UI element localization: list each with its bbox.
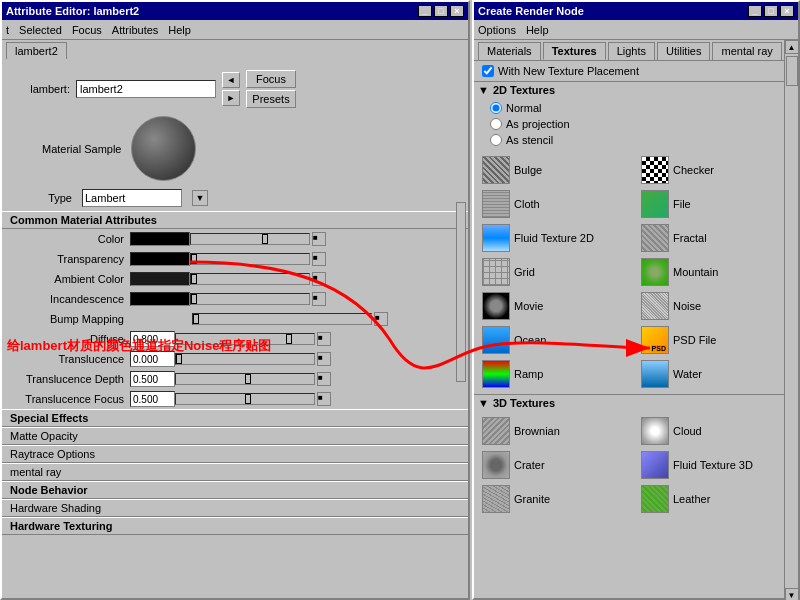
texture-granite[interactable]: Granite bbox=[478, 483, 635, 515]
render-menu-help[interactable]: Help bbox=[526, 24, 549, 36]
node-behavior-header[interactable]: Node Behavior bbox=[2, 481, 468, 499]
type-expand-button[interactable]: ▼ bbox=[192, 190, 208, 206]
translucence-focus-map-button[interactable]: ■ bbox=[317, 392, 331, 406]
translucence-input[interactable] bbox=[130, 351, 175, 367]
leather-thumb bbox=[641, 485, 669, 513]
special-effects-header[interactable]: Special Effects bbox=[2, 409, 468, 427]
menu-focus[interactable]: Focus bbox=[72, 24, 102, 36]
texture-leather[interactable]: Leather bbox=[637, 483, 794, 515]
grid-label: Grid bbox=[514, 266, 535, 278]
tab-textures[interactable]: Textures bbox=[543, 42, 606, 60]
bump-map-button[interactable]: ■ bbox=[374, 312, 388, 326]
texture-ramp[interactable]: Ramp bbox=[478, 358, 635, 390]
texture-bulge[interactable]: Bulge bbox=[478, 154, 635, 186]
texture-psd[interactable]: PSD PSD File bbox=[637, 324, 794, 356]
texture-brownian[interactable]: Brownian bbox=[478, 415, 635, 447]
hardware-texturing-header[interactable]: Hardware Texturing bbox=[2, 517, 468, 535]
presets-button[interactable]: Presets bbox=[246, 90, 296, 108]
tab-materials[interactable]: Materials bbox=[478, 42, 541, 60]
transparency-swatch[interactable] bbox=[130, 252, 190, 266]
menu-selected[interactable]: Selected bbox=[19, 24, 62, 36]
tab-utilities[interactable]: Utilities bbox=[657, 42, 710, 60]
color-map-button[interactable]: ■ bbox=[312, 232, 326, 246]
minimize-button[interactable]: _ bbox=[418, 5, 432, 17]
render-maximize-button[interactable]: □ bbox=[764, 5, 778, 17]
maximize-button[interactable]: □ bbox=[434, 5, 448, 17]
color-swatch[interactable] bbox=[130, 232, 190, 246]
radio-normal[interactable] bbox=[490, 102, 502, 114]
3d-textures-header[interactable]: ▼ 3D Textures bbox=[474, 394, 798, 411]
lambert-input[interactable] bbox=[76, 80, 216, 98]
render-menu-options[interactable]: Options bbox=[478, 24, 516, 36]
hardware-shading-header[interactable]: Hardware Shading bbox=[2, 499, 468, 517]
menu-help[interactable]: Help bbox=[168, 24, 191, 36]
radio-projection[interactable] bbox=[490, 118, 502, 130]
translucence-depth-map-button[interactable]: ■ bbox=[317, 372, 331, 386]
texture-cloth[interactable]: Cloth bbox=[478, 188, 635, 220]
new-texture-placement-row: With New Texture Placement bbox=[474, 61, 798, 81]
texture-checker[interactable]: Checker bbox=[637, 154, 794, 186]
color-slider[interactable] bbox=[190, 233, 310, 245]
focus-button[interactable]: Focus bbox=[246, 70, 296, 88]
mental-ray-header[interactable]: mental ray bbox=[2, 463, 468, 481]
texture-mountain[interactable]: Mountain bbox=[637, 256, 794, 288]
scroll-down-button[interactable]: ▼ bbox=[785, 588, 799, 600]
close-button[interactable]: × bbox=[450, 5, 464, 17]
texture-movie[interactable]: Movie bbox=[478, 290, 635, 322]
texture-crater[interactable]: Crater bbox=[478, 449, 635, 481]
granite-thumb bbox=[482, 485, 510, 513]
type-select[interactable]: Lambert bbox=[82, 189, 182, 207]
tab-lights[interactable]: Lights bbox=[608, 42, 655, 60]
lambert2-tab[interactable]: lambert2 bbox=[6, 42, 67, 59]
tab-mental-ray[interactable]: mental ray bbox=[712, 42, 781, 60]
texture-placement-checkbox[interactable] bbox=[482, 65, 494, 77]
ocean-thumb bbox=[482, 326, 510, 354]
scroll-up-button[interactable]: ▲ bbox=[785, 40, 799, 54]
texture-noise[interactable]: Noise bbox=[637, 290, 794, 322]
2d-textures-header[interactable]: ▼ 2D Textures bbox=[474, 81, 798, 98]
incandescence-swatch[interactable] bbox=[130, 292, 190, 306]
matte-opacity-header[interactable]: Matte Opacity bbox=[2, 427, 468, 445]
incandescence-map-button[interactable]: ■ bbox=[312, 292, 326, 306]
texture-ocean[interactable]: Ocean bbox=[478, 324, 635, 356]
translucence-focus-label: Translucence Focus bbox=[10, 393, 130, 405]
ambient-swatch[interactable] bbox=[130, 272, 190, 286]
incandescence-slider[interactable] bbox=[190, 293, 310, 305]
texture-fluid2d[interactable]: Fluid Texture 2D bbox=[478, 222, 635, 254]
menu-attributes[interactable]: Attributes bbox=[112, 24, 158, 36]
render-title-bar: Create Render Node _ □ × bbox=[474, 2, 798, 20]
bump-slider[interactable] bbox=[192, 313, 372, 325]
transparency-map-button[interactable]: ■ bbox=[312, 252, 326, 266]
transparency-slider[interactable] bbox=[190, 253, 310, 265]
render-close-button[interactable]: × bbox=[780, 5, 794, 17]
texture-fluid3d[interactable]: Fluid Texture 3D bbox=[637, 449, 794, 481]
menu-t[interactable]: t bbox=[6, 24, 9, 36]
translucence-focus-slider[interactable] bbox=[175, 393, 315, 405]
water-thumb bbox=[641, 360, 669, 388]
diffuse-input[interactable] bbox=[130, 331, 175, 347]
radio-stencil[interactable] bbox=[490, 134, 502, 146]
scroll-thumb[interactable] bbox=[786, 56, 798, 86]
diffuse-slider[interactable] bbox=[175, 333, 315, 345]
bulge-label: Bulge bbox=[514, 164, 542, 176]
translucence-depth-input[interactable] bbox=[130, 371, 175, 387]
ambient-map-button[interactable]: ■ bbox=[312, 272, 326, 286]
translucence-map-button[interactable]: ■ bbox=[317, 352, 331, 366]
texture-file[interactable]: File bbox=[637, 188, 794, 220]
texture-grid[interactable]: Grid bbox=[478, 256, 635, 288]
texture-cloud[interactable]: Cloud bbox=[637, 415, 794, 447]
map-right-button[interactable]: ► bbox=[222, 90, 240, 106]
raytrace-options-header[interactable]: Raytrace Options bbox=[2, 445, 468, 463]
noise-thumb bbox=[641, 292, 669, 320]
diffuse-map-button[interactable]: ■ bbox=[317, 332, 331, 346]
translucence-slider[interactable] bbox=[175, 353, 315, 365]
translucence-depth-slider[interactable] bbox=[175, 373, 315, 385]
translucence-focus-input[interactable] bbox=[130, 391, 175, 407]
psd-label: PSD File bbox=[673, 334, 716, 346]
texture-fractal[interactable]: Fractal bbox=[637, 222, 794, 254]
map-left-button[interactable]: ◄ bbox=[222, 72, 240, 88]
texture-water[interactable]: Water bbox=[637, 358, 794, 390]
ambient-slider[interactable] bbox=[190, 273, 310, 285]
translucence-depth-label: Translucence Depth bbox=[10, 373, 130, 385]
render-minimize-button[interactable]: _ bbox=[748, 5, 762, 17]
